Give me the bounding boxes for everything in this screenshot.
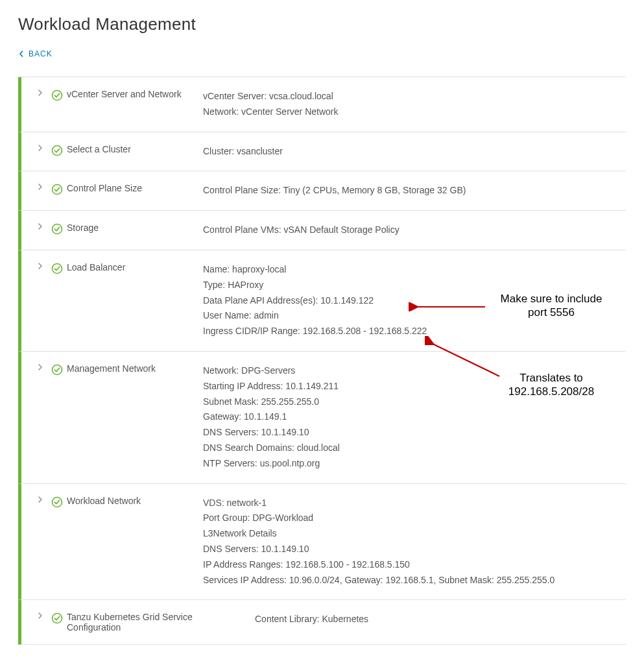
svg-point-0 — [53, 91, 62, 101]
status-complete — [47, 223, 67, 235]
check-circle-icon — [51, 263, 63, 274]
svg-point-7 — [53, 614, 62, 623]
check-circle-icon — [51, 612, 63, 624]
step-label: Control Plane Size — [67, 183, 203, 193]
chevron-right-icon — [37, 612, 43, 619]
chevron-right-icon — [37, 263, 43, 269]
summary-line: NTP Servers: us.pool.ntp.org — [203, 456, 626, 472]
summary-line: L3Network Details — [203, 526, 626, 542]
chevron-right-icon — [37, 145, 43, 151]
expand-toggle[interactable] — [33, 612, 47, 619]
summary-line: Data Plane API Address(es): 10.1.149.122 — [203, 293, 626, 309]
step-tkg-config: Tanzu Kubernetes Grid Service Configurat… — [18, 600, 626, 645]
check-circle-icon — [51, 364, 63, 376]
summary-line: Network: DPG-Servers — [203, 363, 626, 379]
back-link[interactable]: BACK — [18, 49, 53, 58]
summary-line: User Name: admin — [203, 308, 626, 324]
chevron-left-icon — [18, 51, 25, 57]
summary-line: Subnet Mask: 255.255.255.0 — [203, 394, 626, 410]
summary-line: Type: HAProxy — [203, 278, 626, 293]
summary-line: Control Plane Size: Tiny (2 CPUs, Memory… — [203, 183, 626, 199]
summary-line: Cluster: vsancluster — [203, 144, 626, 160]
step-management-network: Management Network Network: DPG-Servers … — [18, 352, 626, 484]
step-label: Workload Network — [67, 496, 203, 506]
step-workload-network: Workload Network VDS: network-1 Port Gro… — [18, 484, 626, 601]
step-label: Select a Cluster — [67, 144, 203, 154]
step-cluster: Select a Cluster Cluster: vsancluster — [18, 132, 626, 172]
status-complete — [47, 184, 67, 195]
summary-line: Starting IP Address: 10.1.149.211 — [203, 379, 626, 394]
check-circle-icon — [51, 496, 63, 508]
summary-line: DNS Servers: 10.1.149.10 — [203, 542, 626, 557]
step-label: Load Balancer — [67, 262, 203, 272]
step-summary: Name: haproxy-local Type: HAProxy Data P… — [203, 262, 626, 339]
summary-line: Gateway: 10.1.149.1 — [203, 409, 626, 425]
summary-line: DNS Servers: 10.1.149.10 — [203, 425, 626, 440]
summary-line: DNS Search Domains: cloud.local — [203, 440, 626, 456]
step-label: Management Network — [67, 363, 203, 374]
step-control-plane-size: Control Plane Size Control Plane Size: T… — [18, 171, 626, 211]
expand-toggle[interactable] — [33, 223, 47, 230]
svg-point-2 — [53, 185, 62, 195]
summary-line: Control Plane VMs: vSAN Default Storage … — [203, 223, 626, 238]
check-circle-icon — [51, 223, 63, 235]
chevron-right-icon — [37, 223, 43, 230]
wizard-steps: vCenter Server and Network vCenter Serve… — [18, 77, 626, 645]
step-summary: Control Plane Size: Tiny (2 CPUs, Memory… — [203, 183, 626, 199]
step-summary: vCenter Server: vcsa.cloud.local Network… — [203, 89, 626, 120]
svg-point-1 — [53, 145, 62, 155]
summary-line: Content Library: Kubernetes — [255, 612, 626, 627]
step-summary: Content Library: Kubernetes — [255, 612, 626, 627]
step-label: Storage — [67, 223, 203, 233]
status-complete — [47, 364, 67, 376]
step-label: Tanzu Kubernetes Grid Service Configurat… — [67, 612, 255, 633]
expand-toggle[interactable] — [33, 364, 47, 370]
step-vcenter: vCenter Server and Network vCenter Serve… — [18, 77, 626, 132]
summary-line: Ingress CIDR/IP Range: 192.168.5.208 - 1… — [203, 324, 626, 339]
page-title: Workload Management — [18, 14, 626, 34]
svg-point-5 — [53, 365, 62, 374]
expand-toggle[interactable] — [33, 496, 47, 503]
summary-line: Network: vCenter Server Network — [203, 104, 626, 120]
chevron-right-icon — [37, 184, 43, 190]
summary-line: Port Group: DPG-Workload — [203, 511, 626, 526]
chevron-right-icon — [37, 496, 43, 503]
status-complete — [47, 496, 67, 508]
step-summary: Network: DPG-Servers Starting IP Address… — [203, 363, 626, 472]
check-circle-icon — [51, 145, 63, 156]
summary-line: IP Address Ranges: 192.168.5.100 - 192.1… — [203, 557, 626, 573]
status-complete — [47, 612, 67, 624]
summary-line: VDS: network-1 — [203, 496, 626, 511]
back-label: BACK — [29, 49, 53, 58]
step-summary: Control Plane VMs: vSAN Default Storage … — [203, 223, 626, 238]
chevron-right-icon — [37, 364, 43, 370]
svg-point-4 — [53, 263, 62, 273]
summary-line: vCenter Server: vcsa.cloud.local — [203, 89, 626, 104]
svg-point-6 — [53, 497, 62, 507]
summary-line: Name: haproxy-local — [203, 262, 626, 278]
step-label: vCenter Server and Network — [67, 89, 203, 99]
chevron-right-icon — [37, 90, 43, 96]
expand-toggle[interactable] — [33, 90, 47, 96]
step-storage: Storage Control Plane VMs: vSAN Default … — [18, 211, 626, 250]
summary-line: Services IP Address: 10.96.0.0/24, Gatew… — [203, 573, 626, 588]
step-summary: VDS: network-1 Port Group: DPG-Workload … — [203, 496, 626, 588]
step-summary: Cluster: vsancluster — [203, 144, 626, 160]
expand-toggle[interactable] — [33, 145, 47, 151]
status-complete — [47, 263, 67, 274]
expand-toggle[interactable] — [33, 263, 47, 269]
status-complete — [47, 90, 67, 101]
status-complete — [47, 145, 67, 156]
check-circle-icon — [51, 184, 63, 195]
step-load-balancer: Load Balancer Name: haproxy-local Type: … — [18, 250, 626, 352]
svg-point-3 — [53, 224, 62, 234]
expand-toggle[interactable] — [33, 184, 47, 190]
check-circle-icon — [51, 90, 63, 101]
